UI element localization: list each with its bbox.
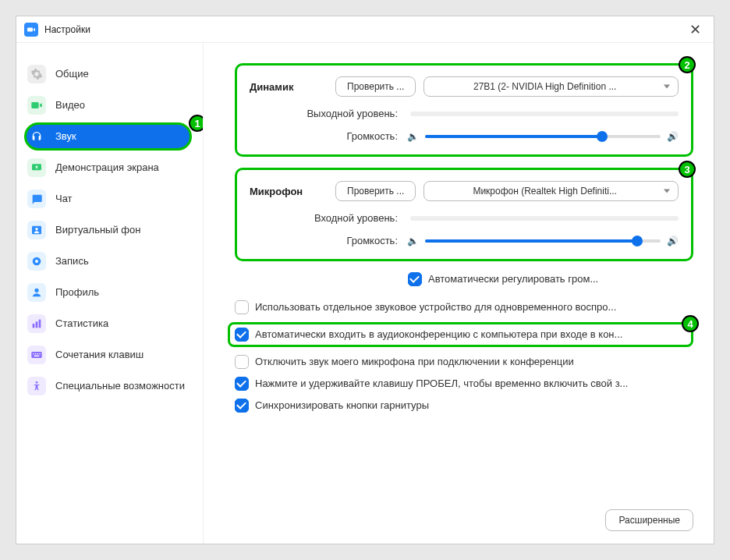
content-area: 2 Динамик Проверить ... 27B1 (2- NVIDIA …: [204, 43, 714, 544]
share-screen-icon: [27, 158, 46, 177]
microphone-title: Микрофон: [250, 186, 335, 197]
sidebar-item-label: Сочетания клавиш: [55, 349, 144, 361]
app-icon: [24, 23, 38, 37]
mic-volume-label: Громкость:: [250, 235, 398, 246]
speaker-title: Динамик: [250, 81, 335, 93]
settings-window: Настройки ✕ Общие Видео 1 Звук Демонстра…: [16, 16, 714, 544]
sidebar-item-statistics[interactable]: Статистика: [16, 308, 203, 339]
separate-device-checkbox[interactable]: [235, 300, 249, 314]
sidebar-item-general[interactable]: Общие: [16, 58, 203, 90]
volume-high-icon: 🔊: [667, 131, 679, 142]
volume-low-icon: 🔈: [407, 131, 419, 142]
sidebar-item-label: Запись: [55, 255, 89, 268]
keyboard-icon: [27, 346, 46, 364]
svg-rect-9: [31, 352, 41, 358]
sidebar-item-chat[interactable]: Чат: [16, 183, 203, 214]
sidebar-item-label: Профиль: [55, 286, 99, 299]
statistics-icon: [27, 314, 46, 333]
annotation-badge-4: 4: [682, 315, 699, 332]
auto-join-audio-row: 4 Автоматически входить в аудиоконференц…: [228, 322, 693, 347]
mute-on-join-checkbox[interactable]: [235, 355, 249, 369]
sidebar: Общие Видео 1 Звук Демонстрация экрана Ч…: [16, 43, 204, 544]
sidebar-item-label: Общие: [55, 68, 89, 80]
svg-rect-14: [34, 356, 40, 356]
sync-headset-row: Синхронизировать кнопки гарнитуры: [235, 399, 693, 413]
svg-rect-10: [33, 353, 34, 354]
sidebar-item-label: Звук: [55, 130, 76, 143]
test-speaker-button[interactable]: Проверить ...: [335, 76, 416, 97]
sidebar-item-virtual-background[interactable]: Виртуальный фон: [16, 214, 203, 246]
svg-point-15: [36, 381, 38, 384]
microphone-panel: 3 Микрофон Проверить ... Микрофон (Realt…: [235, 168, 693, 261]
sidebar-item-audio[interactable]: 1 Звук: [16, 121, 203, 152]
speaker-volume-slider[interactable]: [425, 135, 661, 138]
auto-adjust-row: Автоматически регулировать гром...: [408, 272, 693, 286]
sync-headset-checkbox[interactable]: [235, 399, 249, 413]
svg-rect-12: [37, 353, 38, 354]
mute-on-join-row: Отключить звук моего микрофона при подкл…: [235, 355, 693, 369]
auto-adjust-checkbox[interactable]: [408, 272, 422, 286]
auto-adjust-label: Автоматически регулировать гром...: [428, 272, 693, 286]
volume-high-icon: 🔊: [667, 236, 679, 246]
sidebar-item-label: Статистика: [55, 317, 108, 330]
titlebar: Настройки ✕: [16, 16, 714, 43]
active-highlight: [24, 122, 192, 151]
separate-device-row: Использовать отдельное звуковое устройст…: [235, 300, 693, 314]
svg-rect-13: [39, 353, 40, 354]
close-button[interactable]: ✕: [685, 19, 706, 40]
sidebar-item-label: Специальные возможности: [55, 380, 185, 392]
annotation-badge-1: 1: [189, 115, 204, 132]
volume-low-icon: 🔈: [407, 236, 419, 246]
sidebar-item-accessibility[interactable]: Специальные возможности: [16, 370, 203, 402]
sidebar-item-label: Видео: [55, 99, 85, 112]
chat-icon: [27, 190, 46, 208]
svg-rect-11: [35, 353, 36, 354]
input-level-meter: [410, 216, 679, 221]
window-title: Настройки: [44, 24, 90, 35]
sidebar-item-label: Демонстрация экрана: [55, 161, 159, 174]
space-unmute-label: Нажмите и удерживайте клавишу ПРОБЕЛ, чт…: [255, 377, 693, 391]
svg-rect-7: [36, 321, 38, 328]
speaker-volume-label: Громкость:: [250, 130, 398, 142]
space-unmute-checkbox[interactable]: [235, 377, 249, 391]
space-unmute-row: Нажмите и удерживайте клавишу ПРОБЕЛ, чт…: [235, 377, 693, 391]
record-icon: [27, 252, 46, 271]
sidebar-item-recording[interactable]: Запись: [16, 246, 203, 277]
annotation-badge-2: 2: [679, 56, 696, 73]
svg-point-5: [34, 289, 38, 292]
accessibility-icon: [27, 377, 46, 395]
gear-icon: [27, 65, 46, 83]
video-icon: [27, 96, 46, 115]
sync-headset-label: Синхронизировать кнопки гарнитуры: [255, 399, 693, 413]
svg-point-4: [35, 260, 38, 263]
sidebar-item-shortcuts[interactable]: Сочетания клавиш: [16, 339, 203, 370]
window-body: Общие Видео 1 Звук Демонстрация экрана Ч…: [16, 43, 714, 544]
profile-icon: [27, 283, 46, 302]
headphones-icon: [27, 127, 46, 146]
separate-device-label: Использовать отдельное звуковое устройст…: [255, 300, 693, 314]
mic-device-select[interactable]: Микрофон (Realtek High Definiti...: [423, 181, 679, 201]
advanced-button[interactable]: Расширенные: [605, 509, 693, 531]
test-mic-button[interactable]: Проверить ...: [335, 181, 416, 201]
auto-join-audio-checkbox[interactable]: [235, 328, 249, 342]
speaker-device-select[interactable]: 27B1 (2- NVIDIA High Definition ...: [423, 76, 679, 97]
output-level-meter: [410, 112, 679, 116]
sidebar-item-label: Чат: [55, 193, 73, 205]
output-level-label: Выходной уровень:: [250, 108, 398, 119]
svg-rect-8: [39, 320, 41, 328]
svg-point-2: [35, 228, 37, 230]
auto-join-audio-label: Автоматически входить в аудиоконференцию…: [255, 328, 686, 342]
mute-on-join-label: Отключить звук моего микрофона при подкл…: [255, 355, 693, 369]
svg-rect-6: [33, 324, 35, 328]
sidebar-item-label: Виртуальный фон: [55, 224, 140, 236]
mic-volume-slider[interactable]: [425, 239, 661, 243]
input-level-label: Входной уровень:: [250, 212, 398, 224]
sidebar-item-profile[interactable]: Профиль: [16, 277, 203, 308]
sidebar-item-video[interactable]: Видео: [16, 90, 203, 121]
sidebar-item-share-screen[interactable]: Демонстрация экрана: [16, 152, 203, 183]
virtual-bg-icon: [27, 221, 46, 239]
annotation-badge-3: 3: [679, 161, 696, 178]
content-footer: Расширенные: [235, 495, 693, 531]
speaker-panel: 2 Динамик Проверить ... 27B1 (2- NVIDIA …: [235, 63, 693, 157]
